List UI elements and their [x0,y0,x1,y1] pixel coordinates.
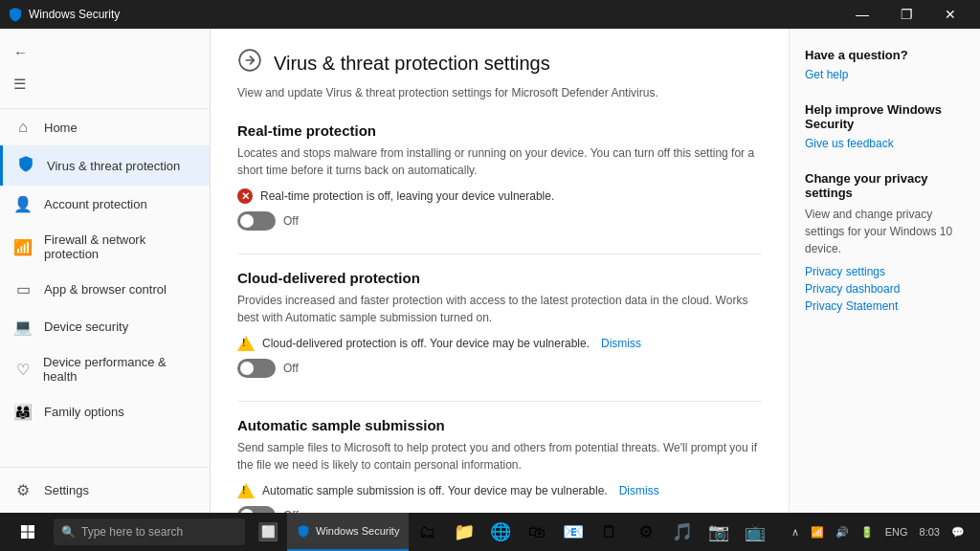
realtime-toggle[interactable] [237,211,276,231]
sidebar-item-family[interactable]: 👨‍👩‍👧 Family options [0,393,210,430]
device-security-icon: 💻 [13,318,33,336]
search-icon: 🔍 [61,525,76,539]
realtime-alert-text: Real-time protection is off, leaving you… [260,189,554,203]
cloud-dismiss-link[interactable]: Dismiss [601,337,641,350]
store-icon: 🛍 [528,522,546,542]
taskbar-app-files[interactable]: 🗂 [411,513,445,551]
privacy-settings-link[interactable]: Privacy settings [805,265,965,278]
performance-icon: ♡ [13,361,32,379]
right-panel-privacy-desc: View and change privacy settings for you… [805,206,965,257]
taskbar-app-notepad[interactable]: 🗒 [592,513,627,551]
battery-icon[interactable]: 🔋 [857,526,878,539]
sidebar-item-label: Account protection [44,197,147,211]
sidebar-item-label: Device performance & health [43,355,196,384]
get-help-link[interactable]: Get help [805,68,965,81]
right-panel: Have a question? Get help Help improve W… [789,29,980,513]
network-icon[interactable]: 📶 [807,526,828,539]
realtime-title: Real-time protection [237,122,762,139]
taskbar-app-mail[interactable]: 📧 [556,513,590,551]
cloud-alert: Cloud-delivered protection is off. Your … [237,336,762,351]
sample-title: Automatic sample submission [237,417,762,433]
sidebar-item-performance[interactable]: ♡ Device performance & health [0,345,210,393]
title-bar-left: Windows Security [8,7,120,22]
sidebar-top: ← ☰ [0,29,210,109]
system-tray-icons[interactable]: ∧ [788,526,803,539]
sample-desc: Send sample files to Microsoft to help p… [237,439,762,474]
privacy-dashboard-link[interactable]: Privacy dashboard [805,282,965,296]
cloud-toggle[interactable] [237,359,276,378]
sample-toggle[interactable] [237,506,276,513]
sidebar-item-app[interactable]: ▭ App & browser control [0,271,210,308]
minimize-button[interactable]: — [840,0,884,29]
edge-icon: 🌐 [490,521,511,542]
cloud-title: Cloud-delivered protection [237,270,762,286]
realtime-toggle-container: Off [237,211,762,231]
taskbar-app-media[interactable]: 🎵 [665,513,700,551]
svg-rect-4 [29,533,35,540]
back-button[interactable]: ← [0,36,210,68]
sidebar-item-label: App & browser control [44,282,167,297]
task-view-button[interactable]: 🔲 [251,513,285,551]
hamburger-button[interactable]: ☰ [0,68,210,100]
taskbar-app-settings[interactable]: ⚙ [629,513,663,551]
account-icon: 👤 [13,195,33,213]
shield-icon [16,155,35,176]
sample-alert: Automatic sample submission is off. Your… [237,483,762,498]
page-header: Virus & threat protection settings [237,48,762,78]
explorer-icon: 📁 [454,521,475,542]
language-indicator[interactable]: ENG [881,526,912,538]
taskbar: 🔍 Type here to search 🔲 Windows Security… [0,513,980,551]
camera-icon: 📷 [708,521,729,542]
realtime-desc: Locates and stops malware from installin… [237,144,762,179]
privacy-statement-link[interactable]: Privacy Statement [805,299,965,313]
taskbar-app-store[interactable]: 🛍 [520,513,554,551]
taskbar-app-photos[interactable]: 📺 [738,513,772,551]
sidebar-item-account[interactable]: 👤 Account protection [0,186,210,223]
files-icon: 🗂 [419,522,436,542]
main-content: Virus & threat protection settings View … [211,29,789,513]
sidebar-item-settings[interactable]: ⚙ Settings [0,472,210,509]
sidebar-nav: ⌂ Home Virus & threat protection 👤 Accou… [0,109,210,467]
close-button[interactable]: ✕ [928,0,972,29]
sidebar-item-virus[interactable]: Virus & threat protection [0,145,210,186]
feedback-link[interactable]: Give us feedback [805,137,965,150]
taskbar-app-edge[interactable]: 🌐 [483,513,518,551]
volume-icon[interactable]: 🔊 [832,526,853,539]
home-icon: ⌂ [13,119,33,136]
page-header-icon [237,48,262,78]
sidebar-item-device-security[interactable]: 💻 Device security [0,308,210,345]
settings-icon: ⚙ [13,481,33,499]
sidebar-item-label: Family options [44,405,124,419]
sidebar-item-home[interactable]: ⌂ Home [0,109,210,145]
restore-button[interactable]: ❐ [884,0,928,29]
settings-taskbar-icon: ⚙ [638,521,654,542]
cloud-alert-text: Cloud-delivered protection is off. Your … [262,337,590,350]
realtime-alert: ✕ Real-time protection is off, leaving y… [237,188,762,204]
title-bar-controls: — ❐ ✕ [840,0,972,29]
sample-toggle-container: Off [237,506,762,513]
sidebar-item-label: Device security [44,320,128,334]
sidebar-item-label: Virus & threat protection [47,159,180,173]
svg-rect-2 [29,525,35,532]
realtime-toggle-label: Off [283,214,299,228]
search-placeholder: Type here to search [81,525,183,539]
taskbar-app-camera[interactable]: 📷 [702,513,736,551]
sidebar-item-firewall[interactable]: 📶 Firewall & network protection [0,223,210,271]
svg-rect-1 [21,525,28,532]
notification-button[interactable]: 💬 [947,526,969,539]
start-button[interactable] [4,513,52,551]
taskbar-search[interactable]: 🔍 Type here to search [54,518,245,545]
svg-rect-3 [21,533,28,540]
windows-security-taskbar-app[interactable]: Windows Security [287,513,409,551]
taskbar-app-explorer[interactable]: 📁 [447,513,481,551]
cloud-toggle-container: Off [237,359,762,378]
windows-security-icon [8,7,23,22]
sidebar-item-label: Firewall & network protection [44,232,196,261]
media-icon: 🎵 [672,521,693,542]
clock: 8:03 [916,526,944,538]
right-panel-privacy: Change your privacy settings View and ch… [805,171,965,313]
task-view-icon: 🔲 [257,521,278,542]
sample-dismiss-link[interactable]: Dismiss [619,484,659,497]
error-icon: ✕ [237,188,253,204]
page-title: Virus & threat protection settings [274,53,550,75]
